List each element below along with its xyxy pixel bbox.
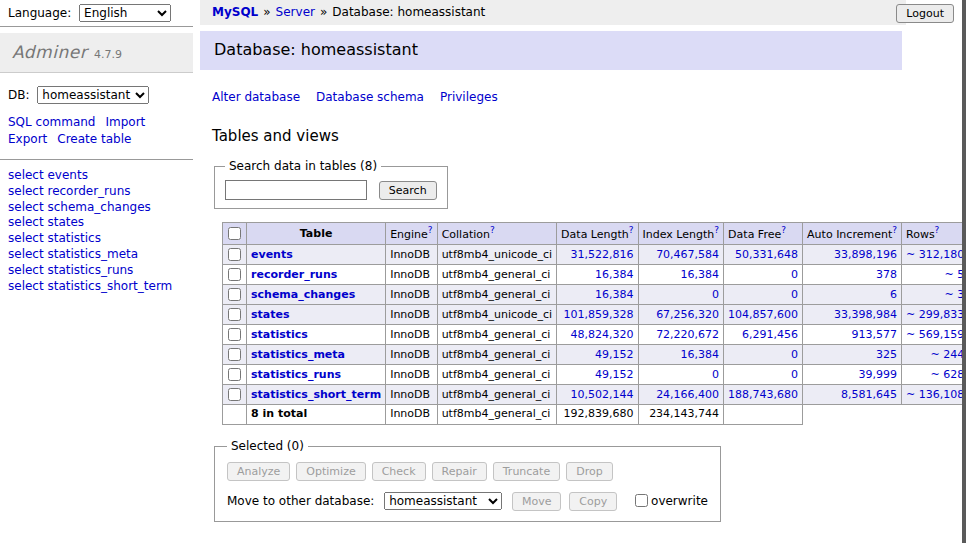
row-checkbox-statistics_meta[interactable] (228, 348, 241, 361)
sidebar-link-select-statistics-runs[interactable]: select statistics_runs (8, 263, 185, 279)
selected-legend: Selected (0) (227, 439, 308, 455)
row-checkbox-states[interactable] (228, 308, 241, 321)
auto-increment-link[interactable]: 325 (876, 348, 897, 361)
rows-count-link[interactable]: ~ 244 (930, 348, 964, 361)
data-length-link[interactable]: 49,152 (595, 348, 634, 361)
sidebar-link-select-events[interactable]: select events (8, 168, 185, 184)
table-link-schema_changes[interactable]: schema_changes (251, 288, 355, 301)
sidebar-link-select-statistics[interactable]: select statistics (8, 231, 185, 247)
auto-increment-link[interactable]: 378 (876, 268, 897, 281)
sidebar-link-select-schema-changes[interactable]: select schema_changes (8, 200, 185, 216)
logout-button[interactable]: Logout (896, 4, 954, 23)
overwrite-checkbox[interactable] (635, 494, 648, 507)
scrollbar[interactable] (962, 0, 966, 543)
table-link-statistics[interactable]: statistics (251, 328, 308, 341)
table-link-states[interactable]: states (251, 308, 290, 321)
rows-count-link[interactable]: ~ 299,833 (906, 308, 964, 321)
move-button[interactable]: Move (512, 492, 562, 511)
index-length-link[interactable]: 16,384 (681, 348, 720, 361)
truncate-button[interactable]: Truncate (493, 462, 560, 481)
auto-increment-link[interactable]: 33,898,196 (834, 248, 897, 261)
index-length-link[interactable]: 16,384 (681, 268, 720, 281)
move-db-select[interactable]: homeassistant (384, 492, 502, 510)
breadcrumb-mysql-link[interactable]: MySQL (212, 5, 258, 19)
auto-increment-link[interactable]: 33,398,984 (834, 308, 897, 321)
data-free-cell: 0 (724, 285, 803, 305)
data-free-link[interactable]: 0 (791, 268, 798, 281)
table-link-statistics_short_term[interactable]: statistics_short_term (251, 388, 381, 401)
help-link[interactable]: ? (781, 225, 786, 235)
help-link[interactable]: ? (714, 225, 719, 235)
data-length-link[interactable]: 10,502,144 (571, 388, 634, 401)
data-length-link[interactable]: 16,384 (595, 268, 634, 281)
help-link[interactable]: ? (490, 225, 495, 235)
help-link[interactable]: ? (428, 225, 433, 235)
database-schema-link[interactable]: Database schema (316, 90, 424, 104)
alter-database-link[interactable]: Alter database (212, 90, 300, 104)
sidebar-link-sql-command[interactable]: SQL command (8, 115, 95, 129)
select-all-checkbox[interactable] (228, 227, 241, 240)
db-actions: Alter databaseDatabase schemaPrivileges (212, 90, 902, 106)
check-button[interactable]: Check (372, 462, 426, 481)
rows-count-link[interactable]: ~ 136,108 (906, 388, 964, 401)
data-length-link[interactable]: 48,824,320 (571, 328, 634, 341)
row-checkbox-events[interactable] (228, 248, 241, 261)
help-link[interactable]: ? (892, 225, 897, 235)
row-checkbox-schema_changes[interactable] (228, 288, 241, 301)
auto-increment-link[interactable]: 8,581,645 (841, 388, 897, 401)
sidebar-link-export[interactable]: Export (8, 132, 47, 146)
data-free-link[interactable]: 6,291,456 (742, 328, 798, 341)
index-length-link[interactable]: 0 (712, 368, 719, 381)
db-select[interactable]: homeassistant (37, 86, 149, 104)
copy-button[interactable]: Copy (569, 492, 617, 511)
index-length-link[interactable]: 0 (712, 288, 719, 301)
repair-button[interactable]: Repair (432, 462, 487, 481)
sidebar-link-select-statistics-meta[interactable]: select statistics_meta (8, 247, 185, 263)
rows-count-link[interactable]: ~ 569,159 (906, 328, 964, 341)
rows-count-link[interactable]: ~ 628 (930, 368, 964, 381)
data-free-link[interactable]: 50,331,648 (735, 248, 798, 261)
row-checkbox-recorder_runs[interactable] (228, 268, 241, 281)
rows-count-link[interactable]: ~ 312,180 (906, 248, 964, 261)
table-link-statistics_meta[interactable]: statistics_meta (251, 348, 345, 361)
drop-button[interactable]: Drop (566, 462, 612, 481)
breadcrumb-server-link[interactable]: Server (276, 5, 315, 19)
sidebar-link-select-states[interactable]: select states (8, 215, 185, 231)
table-link-events[interactable]: events (251, 248, 293, 261)
data-free-link[interactable]: 0 (791, 348, 798, 361)
data-free-link[interactable]: 104,857,600 (728, 308, 798, 321)
data-free-link[interactable]: 188,743,680 (728, 388, 798, 401)
index-length-link[interactable]: 70,467,584 (656, 248, 719, 261)
optimize-button[interactable]: Optimize (296, 462, 365, 481)
index-length-link[interactable]: 67,256,320 (656, 308, 719, 321)
data-length-link[interactable]: 16,384 (595, 288, 634, 301)
language-select[interactable]: English (79, 4, 171, 22)
row-checkbox-statistics_short_term[interactable] (228, 388, 241, 401)
table-link-recorder_runs[interactable]: recorder_runs (251, 268, 337, 281)
index-length-cell: 16,384 (638, 265, 724, 285)
help-link[interactable]: ? (935, 225, 940, 235)
sidebar-link-select-statistics-short-term[interactable]: select statistics_short_term (8, 279, 185, 295)
help-link[interactable]: ? (629, 225, 634, 235)
index-length-link[interactable]: 72,220,672 (656, 328, 719, 341)
analyze-button[interactable]: Analyze (227, 462, 290, 481)
index-length-link[interactable]: 24,166,400 (656, 388, 719, 401)
search-input[interactable] (225, 180, 367, 200)
search-button[interactable]: Search (379, 181, 437, 200)
data-length-link[interactable]: 31,522,816 (571, 248, 634, 261)
auto-increment-cell: 378 (803, 265, 902, 285)
row-checkbox-statistics[interactable] (228, 328, 241, 341)
sidebar-link-create-table[interactable]: Create table (57, 132, 131, 146)
data-free-link[interactable]: 0 (791, 288, 798, 301)
table-link-statistics_runs[interactable]: statistics_runs (251, 368, 341, 381)
sidebar-link-import[interactable]: Import (105, 115, 145, 129)
data-length-link[interactable]: 49,152 (595, 368, 634, 381)
data-free-link[interactable]: 0 (791, 368, 798, 381)
auto-increment-link[interactable]: 6 (890, 288, 897, 301)
row-checkbox-statistics_runs[interactable] (228, 368, 241, 381)
data-length-link[interactable]: 101,859,328 (564, 308, 634, 321)
auto-increment-link[interactable]: 913,577 (852, 328, 898, 341)
auto-increment-link[interactable]: 39,999 (859, 368, 898, 381)
privileges-link[interactable]: Privileges (440, 90, 498, 104)
sidebar-link-select-recorder-runs[interactable]: select recorder_runs (8, 184, 185, 200)
